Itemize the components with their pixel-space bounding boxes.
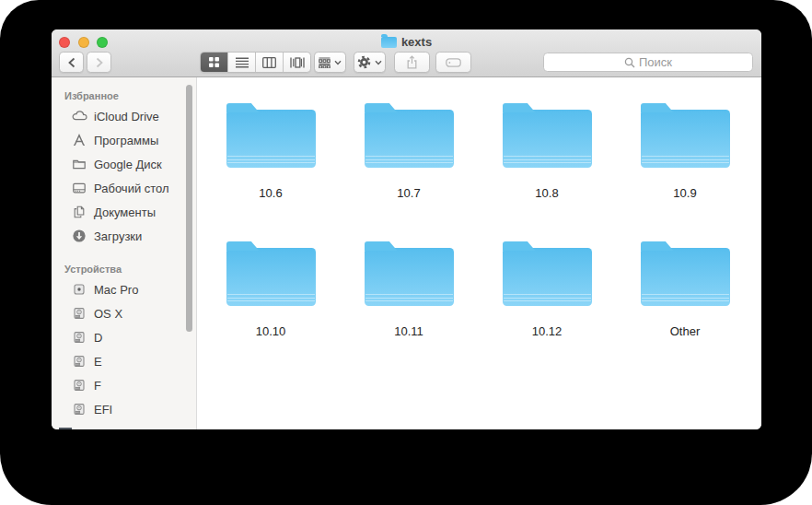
share-icon bbox=[406, 55, 418, 69]
sidebar-scrollbar[interactable] bbox=[186, 85, 192, 332]
icon-view-icon bbox=[208, 56, 220, 68]
view-mode-segmented-control bbox=[200, 52, 311, 73]
downloads-icon bbox=[71, 228, 87, 244]
folder-label: 10.11 bbox=[394, 324, 423, 338]
chevron-right-icon bbox=[95, 57, 104, 68]
sidebar-item-google-drive[interactable]: Google Диск bbox=[52, 152, 196, 176]
coverflow-view-button[interactable] bbox=[284, 53, 310, 72]
folder-label: 10.7 bbox=[397, 186, 420, 200]
sidebar-item-osx[interactable]: OS X bbox=[52, 301, 196, 325]
tag-icon bbox=[446, 58, 461, 67]
sidebar-item-mac-pro[interactable]: Mac Pro bbox=[52, 277, 196, 301]
sidebar-item-label: Рабочий стол bbox=[94, 182, 169, 195]
cloud-icon bbox=[71, 108, 87, 124]
list-view-icon bbox=[236, 57, 249, 68]
sidebar-item-label: iCloud Drive bbox=[94, 110, 159, 123]
folder-icon bbox=[365, 110, 454, 168]
sidebar-item-label: F bbox=[94, 379, 101, 393]
sidebar-item-label: OS X bbox=[94, 307, 122, 321]
folder-icon bbox=[226, 110, 316, 168]
sidebar-item-icloud-drive[interactable]: iCloud Drive bbox=[52, 104, 196, 128]
sidebar-item-partial bbox=[59, 428, 72, 429]
harddrive-icon bbox=[71, 353, 87, 370]
folder-label: Other bbox=[670, 324, 701, 338]
icon-view-button[interactable] bbox=[201, 53, 228, 72]
sidebar-item-efi[interactable]: EFI bbox=[52, 397, 196, 421]
macpro-icon bbox=[71, 281, 87, 298]
sidebar-item-f[interactable]: F bbox=[52, 373, 196, 397]
sidebar-item-label: Программы bbox=[94, 134, 158, 147]
group-by-icon bbox=[319, 57, 331, 68]
finder-window: kexts bbox=[52, 29, 761, 429]
folder-item[interactable]: 10.7 bbox=[340, 101, 478, 240]
folder-item[interactable]: 10.10 bbox=[202, 240, 340, 378]
folder-icon bbox=[641, 248, 730, 306]
folder-icon bbox=[503, 110, 592, 168]
share-button[interactable] bbox=[394, 52, 430, 73]
gear-icon bbox=[357, 55, 371, 69]
search-input[interactable]: Поиск bbox=[543, 53, 753, 72]
file-browser-area[interactable]: 10.6 10.7 10.8 10.9 10.10 bbox=[197, 77, 761, 429]
column-view-button[interactable] bbox=[256, 53, 284, 72]
folder-label: 10.6 bbox=[259, 186, 282, 200]
folder-icon bbox=[365, 248, 454, 306]
sidebar-section-devices: Устройства bbox=[52, 260, 196, 277]
documents-icon bbox=[71, 204, 87, 220]
group-by-button[interactable] bbox=[314, 52, 346, 73]
sidebar-item-downloads[interactable]: Загрузки bbox=[52, 224, 196, 248]
folder-label: 10.10 bbox=[256, 324, 286, 338]
sidebar-item-documents[interactable]: Документы bbox=[52, 200, 196, 224]
window-title: kexts bbox=[401, 35, 432, 49]
folder-icon bbox=[226, 248, 316, 306]
sidebar-item-label: Mac Pro bbox=[94, 283, 138, 297]
folder-item[interactable]: 10.9 bbox=[616, 101, 754, 240]
folder-icon bbox=[71, 156, 87, 172]
back-button[interactable] bbox=[59, 52, 84, 73]
list-view-button[interactable] bbox=[228, 53, 256, 72]
folder-label: 10.9 bbox=[673, 186, 696, 200]
titlebar[interactable]: kexts bbox=[52, 29, 761, 77]
sidebar-item-desktop[interactable]: Рабочий стол bbox=[52, 176, 196, 200]
chevron-down-icon bbox=[334, 60, 342, 65]
folder-icon bbox=[503, 248, 592, 306]
search-placeholder: Поиск bbox=[639, 55, 672, 69]
folder-label: 10.12 bbox=[532, 324, 563, 338]
harddrive-icon bbox=[71, 377, 87, 393]
applications-icon bbox=[71, 132, 87, 148]
chevron-left-icon bbox=[67, 57, 76, 68]
harddrive-icon bbox=[71, 329, 87, 346]
sidebar-item-label: EFI bbox=[94, 403, 112, 417]
folder-label: 10.8 bbox=[535, 186, 558, 200]
search-icon bbox=[624, 57, 635, 68]
sidebar-item-label: Документы bbox=[94, 206, 156, 219]
folder-grid: 10.6 10.7 10.8 10.9 10.10 bbox=[202, 101, 754, 378]
window-title-row: kexts bbox=[52, 33, 761, 50]
sidebar-item-e[interactable]: E bbox=[52, 349, 196, 373]
title-folder-icon bbox=[381, 37, 397, 48]
sidebar-item-label: E bbox=[94, 355, 102, 369]
sidebar: Избранное iCloud Drive Программы Google … bbox=[52, 77, 197, 429]
harddrive-icon bbox=[71, 305, 87, 322]
sidebar-item-label: Google Диск bbox=[94, 158, 162, 171]
action-menu-button[interactable] bbox=[354, 52, 386, 73]
tag-button[interactable] bbox=[435, 52, 471, 73]
column-view-icon bbox=[262, 57, 276, 68]
harddrive-icon bbox=[71, 401, 87, 417]
forward-button[interactable] bbox=[87, 52, 111, 73]
sidebar-item-label: Загрузки bbox=[94, 229, 142, 243]
sidebar-section-favorites: Избранное bbox=[52, 87, 196, 104]
folder-item[interactable]: 10.8 bbox=[478, 101, 616, 240]
folder-item[interactable]: 10.11 bbox=[340, 240, 478, 378]
folder-item[interactable]: Other bbox=[616, 240, 754, 378]
folder-icon bbox=[641, 110, 730, 168]
sidebar-item-d[interactable]: D bbox=[52, 325, 196, 349]
chevron-down-icon bbox=[375, 60, 382, 65]
sidebar-item-applications[interactable]: Программы bbox=[52, 128, 196, 152]
coverflow-view-icon bbox=[290, 57, 305, 68]
folder-item[interactable]: 10.12 bbox=[478, 240, 616, 378]
sidebar-item-label: D bbox=[94, 331, 102, 345]
desktop-icon bbox=[71, 180, 87, 196]
folder-item[interactable]: 10.6 bbox=[202, 101, 340, 240]
